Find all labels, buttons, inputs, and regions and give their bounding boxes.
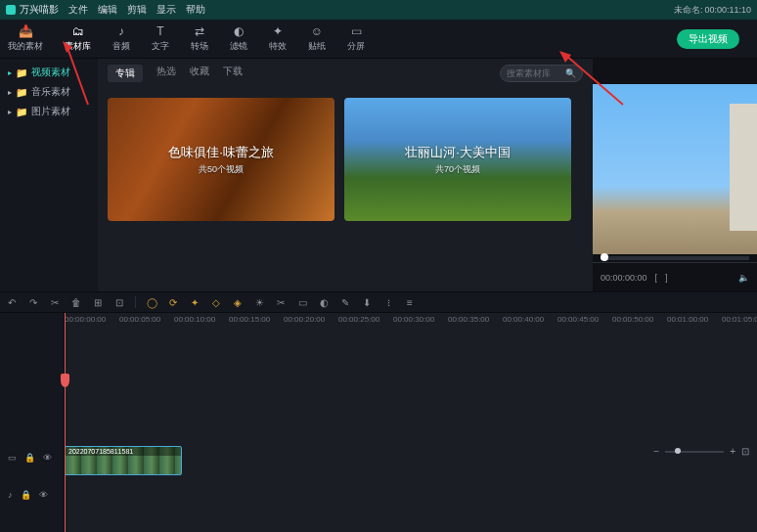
tab-transition[interactable]: ⇄转场 <box>191 24 208 53</box>
volume-icon[interactable]: 🔈 <box>738 273 749 283</box>
menu-file[interactable]: 文件 <box>68 3 88 17</box>
document-name: 未命名: <box>674 4 703 17</box>
preview-time: 00:00:00:00 <box>601 273 647 283</box>
menu-help[interactable]: 帮助 <box>186 3 205 17</box>
tab-stickers[interactable]: ☺贴纸 <box>308 24 326 53</box>
preview-panel: 00:00:00:00 [ ] 🔈 <box>593 59 757 291</box>
tab-label: 转场 <box>191 40 208 53</box>
crop-button[interactable]: ⊞ <box>92 297 104 308</box>
edit-button[interactable]: ✎ <box>339 297 351 308</box>
music-note-icon: ♪ <box>118 24 124 38</box>
zoom-in-button[interactable]: + <box>730 446 735 457</box>
tab-label: 文字 <box>152 40 169 53</box>
playhead[interactable] <box>65 313 66 532</box>
mask-button[interactable]: ◐ <box>318 297 330 308</box>
preview-viewport[interactable] <box>593 84 757 254</box>
tab-effects[interactable]: ✦特效 <box>269 24 287 53</box>
split-button[interactable]: ✂ <box>275 297 287 308</box>
tab-text[interactable]: T文字 <box>152 24 169 53</box>
mark-out-button[interactable]: ] <box>665 273 668 283</box>
content-tab-download[interactable]: 下载 <box>223 65 243 82</box>
frame-button[interactable]: ⊡ <box>113 297 125 308</box>
undo-button[interactable]: ↶ <box>6 297 18 308</box>
tab-label: 贴纸 <box>308 40 326 53</box>
ruler-tick: 00:00:50:00 <box>612 315 653 324</box>
album-card-food[interactable]: 色味俱佳·味蕾之旅 共50个视频 <box>108 98 334 221</box>
scrubber-thumb[interactable] <box>601 253 608 261</box>
document-time: 00:00:11:10 <box>704 5 751 15</box>
diamond-button[interactable]: ◈ <box>232 297 244 308</box>
sidebar-item-image[interactable]: ▸📁图片素材 <box>6 102 92 121</box>
download-button[interactable]: ⬇ <box>361 297 373 308</box>
timeline-toolbar: ↶ ↷ ✂ 🗑 ⊞ ⊡ ◯ ⟳ ✦ ◇ ◈ ☀ ✂ ▭ ◐ ✎ ⬇ ⫶ ≡ <box>0 291 757 313</box>
zoom-fit-button[interactable]: ⊡ <box>741 446 749 457</box>
list-button[interactable]: ≡ <box>404 297 416 308</box>
keyframe-button[interactable]: ◇ <box>210 297 222 308</box>
preview-controls: 00:00:00:00 [ ] 🔈 <box>593 262 757 291</box>
folder-icon: 📁 <box>16 87 27 98</box>
zoom-slider[interactable] <box>665 451 724 453</box>
menu-clip[interactable]: 剪辑 <box>127 3 147 17</box>
chevron-right-icon: ▸ <box>8 88 12 97</box>
aspect-button[interactable]: ▭ <box>296 297 308 308</box>
sticker-icon: ☺ <box>311 24 323 38</box>
library-icon: 🗂 <box>72 24 84 38</box>
more-button[interactable]: ⫶ <box>382 297 394 308</box>
menu-view[interactable]: 显示 <box>156 3 176 17</box>
video-track-icon: ▭ <box>8 453 17 463</box>
export-button[interactable]: 导出视频 <box>677 29 739 49</box>
zoom-out-button[interactable]: − <box>653 446 659 457</box>
tab-split-screen[interactable]: ▭分屏 <box>347 24 365 53</box>
content-tab-hot[interactable]: 热选 <box>156 65 176 82</box>
tab-label: 滤镜 <box>230 40 247 53</box>
folder-icon: 📁 <box>16 107 27 117</box>
card-title: 色味俱佳·味蕾之旅 <box>168 144 274 161</box>
tab-label: 音频 <box>112 40 130 53</box>
record-button[interactable]: ◯ <box>146 297 157 308</box>
content-tab-album[interactable]: 专辑 <box>108 65 143 82</box>
lock-icon[interactable]: 🔒 <box>21 490 31 500</box>
audio-track-icon: ♪ <box>8 490 13 500</box>
audio-track-header[interactable]: ♪ 🔒 👁 <box>0 481 64 509</box>
eye-icon[interactable]: 👁 <box>39 490 48 500</box>
tab-filter[interactable]: ◐滤镜 <box>230 24 247 53</box>
playhead-handle[interactable] <box>61 374 69 387</box>
zoom-thumb[interactable] <box>675 448 681 454</box>
card-subtitle: 共70个视频 <box>435 163 480 176</box>
tab-label: 分屏 <box>347 40 365 53</box>
sidebar-label: 音乐素材 <box>31 85 70 99</box>
rotate-button[interactable]: ⟳ <box>167 297 179 308</box>
time-ruler[interactable]: 00:00:00:0000:00:05:0000:00:10:0000:00:1… <box>65 313 757 329</box>
cut-button[interactable]: ✂ <box>49 297 61 308</box>
zoom-control: − + ⊡ <box>653 446 749 457</box>
lock-icon[interactable]: 🔒 <box>24 453 35 463</box>
video-track-header[interactable]: ▭ 🔒 👁 <box>0 444 64 471</box>
preview-scrubber[interactable] <box>601 256 749 260</box>
search-input[interactable]: 搜索素材库 🔍 <box>500 65 583 82</box>
main-row: ▸📁视频素材 ▸📁音乐素材 ▸📁图片素材 专辑 热选 收藏 下载 搜索素材库 🔍… <box>0 59 757 291</box>
tab-label: 我的素材 <box>8 40 43 53</box>
color-button[interactable]: ☀ <box>253 297 265 308</box>
sidebar-item-music[interactable]: ▸📁音乐素材 <box>6 82 92 102</box>
redo-button[interactable]: ↷ <box>27 297 39 308</box>
tab-audio[interactable]: ♪音频 <box>112 24 130 53</box>
effects-button[interactable]: ✦ <box>189 297 200 308</box>
content-tab-fav[interactable]: 收藏 <box>190 65 209 82</box>
sidebar-item-video[interactable]: ▸📁视频素材 <box>6 63 92 82</box>
mark-in-button[interactable]: [ <box>655 273 658 283</box>
tool-tabs: 📥我的素材 🗂素材库 ♪音频 T文字 ⇄转场 ◐滤镜 ✦特效 ☺贴纸 ▭分屏 导… <box>0 20 757 59</box>
track-area[interactable]: 00:00:00:0000:00:05:0000:00:10:0000:00:1… <box>65 313 757 532</box>
tab-stock-library[interactable]: 🗂素材库 <box>65 24 91 53</box>
timeline-clip[interactable]: 20220707185811581 <box>65 446 182 475</box>
sidebar-label: 视频素材 <box>31 66 70 79</box>
album-card-landscape[interactable]: 壮丽山河·大美中国 共70个视频 <box>344 98 571 221</box>
ruler-tick: 00:00:25:00 <box>338 315 379 324</box>
tab-my-media[interactable]: 📥我的素材 <box>8 24 43 53</box>
timeline: ▭ 🔒 👁 ♪ 🔒 👁 00:00:00:0000:00:05:0000:00:… <box>0 313 757 532</box>
eye-icon[interactable]: 👁 <box>43 453 52 463</box>
ruler-tick: 00:00:45:00 <box>557 315 599 324</box>
text-icon: T <box>156 24 163 38</box>
card-grid: 色味俱佳·味蕾之旅 共50个视频 壮丽山河·大美中国 共70个视频 <box>98 88 593 231</box>
delete-button[interactable]: 🗑 <box>70 297 82 308</box>
menu-edit[interactable]: 编辑 <box>98 3 117 17</box>
